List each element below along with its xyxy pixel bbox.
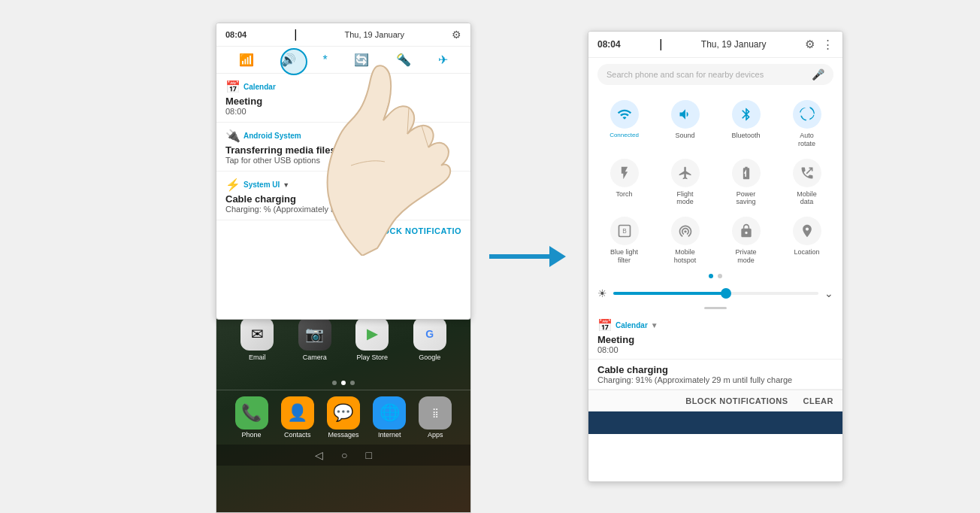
mic-icon[interactable]: 🎤 (812, 68, 824, 80)
home-button[interactable]: ○ (341, 449, 347, 461)
app-email[interactable]: ✉ Email (231, 317, 283, 361)
brightness-slider-track[interactable] (613, 292, 818, 295)
left-gear-icon[interactable]: ⚙ (452, 29, 461, 41)
dock-contacts[interactable]: 👤 Contacts (281, 396, 314, 439)
charging-icon: ⚡ (225, 178, 240, 192)
qs-privatemode[interactable]: Privatemode (716, 211, 776, 268)
right-header: 08:04 | Thu, 19 January ⚙ ⋮ (588, 32, 842, 58)
flightmode-icon[interactable]: ✈ (438, 53, 448, 67)
right-charging-title: Cable charging (597, 364, 833, 375)
camera-label: Camera (303, 354, 327, 361)
brightness-slider-fill (613, 292, 726, 295)
camera-icon: 📷 (298, 317, 331, 351)
right-charging-sub: Charging: 91% (Approximately 29 m until … (597, 375, 833, 384)
block-clear-row: BLOCK NOTIFICATIONS CLEAR (588, 390, 842, 411)
apps-icon: ⣿ (419, 396, 452, 430)
internet-app-icon: 🌐 (373, 396, 406, 430)
left-separator: | (294, 28, 297, 41)
qs-bluetooth-label: Bluetooth (731, 132, 760, 140)
torch-icon[interactable]: 🔦 (396, 53, 411, 67)
qs-torch[interactable]: Torch (594, 153, 654, 210)
search-placeholder-text: Search phone and scan for nearby devices (606, 70, 806, 79)
usb-icon: 🔌 (225, 129, 240, 143)
right-block-notifications-button[interactable]: BLOCK NOTIFICATIONS (685, 396, 788, 405)
system-ui-name: System UI (243, 181, 280, 189)
email-icon: ✉ (240, 317, 274, 351)
contacts-app-label: Contacts (284, 431, 311, 439)
qs-powersaving-icon (732, 159, 761, 187)
right-calendar-sub: 08:00 (597, 345, 833, 354)
right-date: Thu, 19 January (701, 39, 767, 50)
qs-wifi[interactable]: Connected (594, 94, 654, 151)
calendar-notif-title: Meeting (225, 96, 461, 107)
qs-powersaving-label: Powersaving (736, 190, 755, 207)
app-camera[interactable]: 📷 Camera (289, 317, 341, 361)
calendar-notif-time: 08:00 (225, 107, 461, 116)
right-calendar-icon: 📅 (597, 318, 612, 332)
qs-hotspot-label: Mobilehotspot (674, 248, 697, 265)
qs-flightmode-label: Flightmode (676, 190, 694, 207)
qs-bluelight-icon: B (610, 217, 639, 245)
arrow-head (549, 246, 566, 267)
dock-apps[interactable]: ⣿ Apps (419, 396, 452, 439)
playstore-label: Play Store (356, 354, 388, 361)
qs-autorotate-icon (793, 100, 821, 129)
left-block-notifications-button[interactable]: BLOCK NOTIFICATIO (216, 220, 470, 241)
expand-icon[interactable]: ⌄ (824, 287, 833, 299)
left-notifications: 📅 Calendar Meeting 08:00 🔌 Android Syste… (216, 74, 470, 241)
right-header-icons: ⚙ ⋮ (805, 38, 833, 51)
phone-left: 08:04 | Thu, 19 January ⚙ 📶 🔊 * 🔄 🔦 ✈ (216, 23, 471, 320)
brightness-icon: ☀ (597, 287, 607, 299)
messages-app-icon: 💬 (327, 396, 360, 430)
qs-sound-icon (671, 100, 700, 129)
dock-phone[interactable]: 📞 Phone (235, 396, 268, 439)
dock-messages[interactable]: 💬 Messages (327, 396, 360, 439)
qs-bluelightfilter[interactable]: B Blue lightfilter (594, 211, 654, 268)
brightness-slider-thumb[interactable] (721, 288, 731, 299)
page-dots (216, 376, 470, 390)
qs-bluetooth-icon (732, 100, 761, 129)
system-ui-dropdown[interactable]: ▼ (283, 181, 289, 189)
charging-notif-sub: Charging: % (Approximately m (225, 205, 461, 214)
recents-button[interactable]: □ (366, 449, 372, 461)
notif-android-system: 🔌 Android System Transferring media file… (216, 123, 470, 172)
google-label: Google (419, 354, 440, 361)
qs-powersaving[interactable]: Powersaving (716, 153, 776, 210)
qs-location[interactable]: Location (777, 211, 836, 268)
search-bar[interactable]: Search phone and scan for nearby devices… (597, 64, 833, 85)
qs-torch-label: Torch (616, 190, 632, 199)
calendar-dropdown-icon[interactable]: ▼ (651, 321, 658, 329)
calendar-app-name: Calendar (243, 83, 276, 91)
autorotate-icon[interactable]: 🔄 (354, 53, 369, 67)
qs-bluetooth[interactable]: Bluetooth (716, 94, 776, 151)
internet-app-label: Internet (378, 431, 401, 439)
svg-text:B: B (622, 228, 627, 235)
wifi-icon[interactable]: 📶 (239, 53, 254, 67)
dock-internet[interactable]: 🌐 Internet (373, 396, 406, 439)
qs-privatemode-label: Privatemode (735, 248, 756, 265)
android-system-name: Android System (243, 132, 301, 140)
qs-hotspot[interactable]: Mobilehotspot (655, 211, 715, 268)
qs-mobiledata[interactable]: Mobiledata (777, 153, 836, 210)
right-gear-icon[interactable]: ⚙ (805, 38, 815, 51)
notif-calendar: 📅 Calendar Meeting 08:00 (216, 74, 470, 123)
left-date: Thu, 19 January (344, 30, 404, 39)
qs-torch-icon (610, 159, 639, 187)
phone-app-icon: 📞 (235, 396, 268, 430)
app-playstore[interactable]: ▶ Play Store (346, 317, 398, 361)
qs-sound[interactable]: Sound (655, 94, 715, 151)
right-separator: | (659, 38, 662, 51)
left-panel: 08:04 | Thu, 19 January ⚙ 📶 🔊 * 🔄 🔦 ✈ (137, 0, 558, 513)
qs-flightmode[interactable]: Flightmode (655, 153, 715, 210)
bottom-dock: 📞 Phone 👤 Contacts 💬 Messages 🌐 Internet… (216, 390, 470, 445)
bluetooth-icon[interactable]: * (322, 53, 327, 67)
nav-bar: ◁ ○ □ (216, 445, 470, 466)
apps-label: Apps (428, 431, 443, 439)
right-more-icon[interactable]: ⋮ (822, 38, 833, 51)
app-google[interactable]: G Google (404, 317, 456, 361)
back-button[interactable]: ◁ (315, 449, 323, 461)
arrow-shaft (489, 254, 549, 259)
right-calendar-app-name: Calendar (616, 321, 648, 329)
right-clear-button[interactable]: CLEAR (803, 396, 833, 405)
qs-autorotate[interactable]: Autorotate (777, 94, 836, 151)
